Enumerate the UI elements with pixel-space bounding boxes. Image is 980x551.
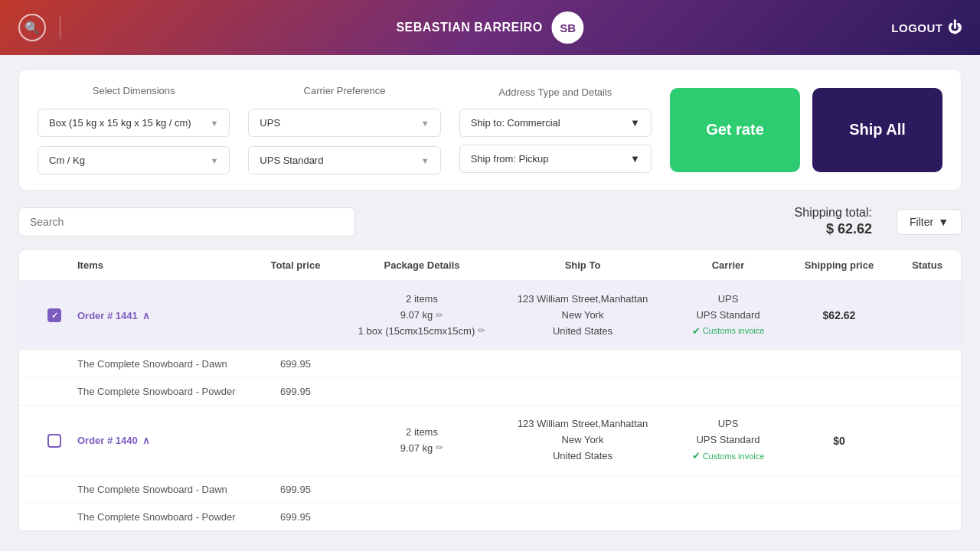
search-input[interactable]: [18, 207, 355, 236]
col-items: Items: [77, 259, 246, 271]
ship-all-button[interactable]: Ship All: [812, 88, 942, 172]
order-link-1441[interactable]: Order # 1441 ∧: [77, 310, 246, 321]
carrier-service-select[interactable]: UPS Standard ▼: [248, 146, 440, 174]
top-panel: Select Dimensions Box (15 kg x 15 kg x 1…: [18, 69, 962, 191]
get-rate-button[interactable]: Get rate: [670, 88, 800, 172]
orders-table: Items Total price Package Details Ship T…: [18, 249, 962, 532]
sub-item-name: The Complete Snowboard - Dawn: [77, 358, 246, 370]
col-ship-to: Ship To: [498, 259, 667, 271]
sub-item-row: The Complete Snowboard - Powder 699.95: [19, 503, 961, 530]
sub-item-name: The Complete Snowboard - Powder: [77, 386, 246, 397]
package-details-1441: 2 items 9.07 kg ✏ 1 box (15cmx15cmx15cm)…: [345, 292, 498, 339]
ship-to-1440: 123 William Street,Manhattan New York Un…: [498, 416, 667, 464]
order-main-row: Order # 1440 ∧ 2 items 9.07 kg ✏ 123 Wil…: [19, 406, 961, 474]
shipping-price-1441: $62.62: [789, 309, 889, 321]
edit-icon[interactable]: ✏: [436, 441, 443, 455]
col-total-price: Total price: [246, 259, 345, 271]
shipping-total: Shipping total: $ 62.62: [795, 206, 872, 237]
header-divider: [60, 16, 60, 39]
main-content: Select Dimensions Box (15 kg x 15 kg x 1…: [0, 55, 980, 546]
carrier-select[interactable]: UPS ▼: [248, 109, 440, 137]
edit-icon[interactable]: ✏: [436, 308, 443, 323]
address-label: Address Type and Details: [498, 86, 612, 98]
sub-item-price: 699.95: [246, 484, 345, 495]
sub-item-name: The Complete Snowboard - Powder: [77, 511, 246, 523]
col-status: Status: [889, 259, 962, 271]
col-carrier: Carrier: [667, 259, 789, 271]
shipping-total-label: Shipping total:: [795, 206, 872, 220]
avatar: SB: [552, 11, 584, 44]
header-left: 🔍: [18, 14, 65, 41]
table-header: Items Total price Package Details Ship T…: [19, 250, 961, 281]
col-checkbox: [31, 259, 77, 271]
dimensions-section: Select Dimensions Box (15 kg x 15 kg x 1…: [38, 85, 230, 174]
chevron-down-icon: ▼: [938, 216, 949, 228]
order-checkbox-1441[interactable]: [47, 308, 61, 322]
dimensions-label: Select Dimensions: [38, 85, 230, 96]
action-buttons: Get rate Ship All: [670, 88, 942, 172]
app-header: 🔍 SEBASTIAN BARREIRO SB LOGOUT ⏻: [0, 0, 980, 55]
sub-item-row: The Complete Snowboard - Dawn 699.95: [19, 350, 961, 377]
ship-to-1441: 123 William Street,Manhattan New York Un…: [498, 292, 667, 339]
col-package-details: Package Details: [345, 259, 498, 271]
sub-item-name: The Complete Snowboard - Dawn: [77, 484, 246, 495]
username-label: SEBASTIAN BARREIRO: [396, 21, 542, 34]
shipping-price-1440: $0: [789, 435, 889, 447]
carrier-1441: UPS UPS Standard ✔ Customs invoice: [667, 292, 789, 339]
chevron-down-icon: ▼: [421, 119, 430, 128]
carrier-section: Carrier Preference UPS ▼ UPS Standard ▼: [248, 85, 440, 174]
search-icon[interactable]: 🔍: [18, 14, 46, 41]
logout-button[interactable]: LOGOUT ⏻: [891, 20, 962, 36]
search-filter-bar: Shipping total: $ 62.62 Filter ▼: [18, 206, 962, 237]
chevron-up-icon: ∧: [142, 435, 150, 446]
chevron-down-icon: ▼: [210, 119, 218, 128]
ship-to-select[interactable]: Ship to: Commercial ▼: [459, 109, 652, 137]
dimension-select[interactable]: Box (15 kg x 15 kg x 15 kg / cm) ▼: [38, 109, 230, 137]
chevron-up-icon: ∧: [142, 310, 150, 321]
shipping-total-value: $ 62.62: [826, 221, 872, 237]
chevron-down-icon: ▼: [210, 156, 218, 165]
package-details-1440: 2 items 9.07 kg ✏: [345, 425, 498, 457]
chevron-down-icon: ▼: [630, 153, 640, 165]
order-main-row: Order # 1441 ∧ 2 items 9.07 kg ✏ 1 box (…: [19, 281, 961, 350]
sub-item-price: 699.95: [246, 358, 345, 370]
order-row-1440: Order # 1440 ∧ 2 items 9.07 kg ✏ 123 Wil…: [19, 406, 961, 530]
carrier-label: Carrier Preference: [248, 85, 440, 96]
header-user: SEBASTIAN BARREIRO SB: [396, 11, 583, 44]
chevron-down-icon: ▼: [421, 156, 430, 165]
customs-badge: ✔ Customs invoice: [692, 324, 765, 340]
order-row-1441: Order # 1441 ∧ 2 items 9.07 kg ✏ 1 box (…: [19, 281, 961, 406]
ship-from-select[interactable]: Ship from: Pickup ▼: [459, 145, 652, 173]
search-wrap: [18, 207, 355, 236]
sub-item-row: The Complete Snowboard - Dawn 699.95: [19, 475, 961, 503]
col-shipping-price: Shipping price: [789, 259, 889, 271]
order-checkbox-1440[interactable]: [47, 434, 61, 448]
chevron-down-icon: ▼: [630, 117, 640, 129]
logout-icon: ⏻: [948, 20, 962, 36]
order-link-1440[interactable]: Order # 1440 ∧: [77, 435, 246, 446]
customs-badge: ✔ Customs invoice: [692, 448, 765, 465]
filter-button[interactable]: Filter ▼: [897, 209, 962, 235]
address-section: Address Type and Details Ship to: Commer…: [459, 86, 652, 173]
carrier-1440: UPS UPS Standard ✔ Customs invoice: [667, 416, 789, 464]
sub-item-price: 699.95: [246, 511, 345, 523]
edit-icon[interactable]: ✏: [478, 324, 485, 338]
sub-item-price: 699.95: [246, 386, 345, 397]
unit-select[interactable]: Cm / Kg ▼: [38, 146, 230, 174]
sub-item-row: The Complete Snowboard - Powder 699.95: [19, 377, 961, 405]
